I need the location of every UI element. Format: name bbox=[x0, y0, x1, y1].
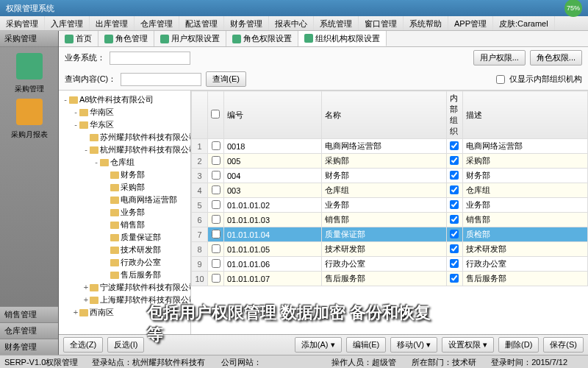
table-row[interactable]: 501.01.01.02业务部业务部 bbox=[192, 198, 588, 213]
menu-item[interactable]: 财务管理 bbox=[224, 16, 269, 30]
menu-item[interactable]: 出库管理 bbox=[90, 16, 135, 30]
tree-node[interactable]: 技术研发部 bbox=[62, 244, 187, 256]
row-checkbox[interactable] bbox=[212, 141, 220, 150]
table-row[interactable]: 901.01.01.06行政办公室行政办公室 bbox=[192, 257, 588, 272]
row-checkbox[interactable] bbox=[212, 274, 220, 283]
tree-node[interactable]: +西南区 bbox=[62, 306, 187, 319]
tab-role-mgmt[interactable]: 角色管理 bbox=[98, 31, 154, 46]
status-site: 登录站点：杭州耀邦软件科技有限公司 bbox=[92, 357, 212, 368]
row-checkbox[interactable] bbox=[212, 185, 220, 194]
select-all-button[interactable]: 全选(Z) bbox=[63, 337, 103, 353]
menu-item[interactable]: 系统帮助 bbox=[404, 16, 448, 30]
row-checkbox[interactable] bbox=[212, 171, 220, 180]
nav-icon-purchase[interactable] bbox=[16, 53, 43, 79]
menu-item[interactable]: 系统管理 bbox=[314, 16, 359, 30]
menu-item[interactable]: 入库管理 bbox=[45, 16, 90, 30]
left-section[interactable]: 销售管理 bbox=[0, 306, 58, 322]
add-button[interactable]: 添加(A) ▾ bbox=[295, 337, 342, 353]
inner-org-checkbox[interactable] bbox=[450, 171, 459, 180]
tree-node[interactable]: -华东区 bbox=[62, 118, 187, 131]
table-row[interactable]: 801.01.01.05技术研发部技术研发部 bbox=[192, 242, 588, 257]
menu-item[interactable]: 仓库管理 bbox=[135, 16, 179, 30]
edit-button[interactable]: 编辑(E) bbox=[346, 337, 387, 353]
row-checkbox[interactable] bbox=[212, 156, 220, 165]
setperm-button[interactable]: 设置权限 ▾ bbox=[442, 337, 494, 353]
role-perm-button[interactable]: 角色权限... bbox=[530, 50, 582, 66]
column-header[interactable]: 编号 bbox=[224, 91, 322, 139]
tab-bar: 首页 角色管理 用户权限设置 角色权限设置 组织机构权限设置 bbox=[59, 31, 588, 47]
left-section[interactable]: 财务管理 bbox=[0, 339, 58, 355]
table-row[interactable]: 4003仓库组仓库组 bbox=[192, 183, 588, 198]
move-button[interactable]: 移动(V) ▾ bbox=[390, 337, 437, 353]
query-button[interactable]: 查询(E) bbox=[206, 71, 246, 87]
tree-node[interactable]: -华南区 bbox=[62, 106, 187, 118]
row-checkbox[interactable] bbox=[212, 244, 220, 253]
table-row[interactable]: 701.01.01.04质量保证部质检部 bbox=[192, 227, 588, 242]
left-nav-panel: 采购管理 采购管理 采购月报表 销售管理 仓库管理 财务管理 bbox=[0, 31, 59, 355]
tree-node[interactable]: +宁波耀邦软件科技有限公司 bbox=[62, 281, 187, 294]
doc-icon bbox=[160, 35, 169, 43]
tree-node[interactable]: -仓库组 bbox=[62, 156, 187, 169]
query-content-input[interactable] bbox=[121, 73, 201, 86]
tree-node[interactable]: 销售部 bbox=[62, 219, 187, 231]
tree-node[interactable]: 采购部 bbox=[62, 181, 187, 194]
column-header[interactable] bbox=[208, 91, 224, 139]
invert-button[interactable]: 反选(I) bbox=[107, 337, 144, 353]
tree-node[interactable]: 财务部 bbox=[62, 169, 187, 181]
tree-node[interactable]: 电商网络运营部 bbox=[62, 194, 187, 206]
inner-org-checkbox[interactable] bbox=[450, 215, 459, 224]
table-row[interactable]: 10018电商网络运营部电商网络运营部 bbox=[192, 139, 588, 154]
column-header[interactable] bbox=[192, 91, 208, 139]
tab-home[interactable]: 首页 bbox=[59, 31, 98, 46]
tree-node[interactable]: -A8软件科技有限公司 bbox=[62, 93, 187, 106]
table-row[interactable]: 601.01.01.03销售部销售部 bbox=[192, 213, 588, 227]
column-header[interactable]: 描述 bbox=[462, 91, 587, 139]
tab-org-perm[interactable]: 组织机构权限设置 bbox=[298, 31, 387, 46]
menu-item[interactable]: 报表中心 bbox=[269, 16, 314, 30]
inner-org-checkbox[interactable] bbox=[450, 156, 459, 165]
column-header[interactable]: 内部组织 bbox=[446, 91, 462, 139]
skin-label[interactable]: 皮肤:Caramel bbox=[493, 16, 555, 30]
nav-icon-report[interactable] bbox=[16, 99, 43, 125]
inner-org-checkbox[interactable] bbox=[450, 244, 459, 253]
table-row[interactable]: 3004财务部财务部 bbox=[192, 169, 588, 183]
delete-button[interactable]: 删除(D) bbox=[498, 337, 539, 353]
row-checkbox[interactable] bbox=[212, 200, 220, 209]
column-header[interactable]: 名称 bbox=[321, 91, 446, 139]
tree-node[interactable]: 业务部 bbox=[62, 206, 187, 219]
row-checkbox[interactable] bbox=[212, 230, 220, 238]
tree-node[interactable]: 质量保证部 bbox=[62, 231, 187, 244]
action-bar: 全选(Z) 反选(I) 添加(A) ▾ 编辑(E) 移动(V) ▾ 设置权限 ▾… bbox=[59, 334, 588, 355]
inner-org-checkbox[interactable] bbox=[450, 259, 459, 268]
tree-node[interactable]: 售后服务部 bbox=[62, 269, 187, 281]
row-checkbox[interactable] bbox=[212, 215, 220, 224]
left-section[interactable]: 仓库管理 bbox=[0, 322, 58, 339]
show-inner-checkbox[interactable] bbox=[496, 73, 505, 86]
inner-org-checkbox[interactable] bbox=[450, 141, 459, 150]
menu-bar: 采购管理 入库管理 出库管理 仓库管理 配送管理 财务管理 报表中心 系统管理 … bbox=[0, 16, 588, 31]
menu-item[interactable]: APP管理 bbox=[448, 16, 493, 30]
inner-org-checkbox[interactable] bbox=[450, 200, 459, 209]
biz-system-input[interactable] bbox=[110, 52, 190, 65]
tree-node[interactable]: +上海耀邦软件科技有限公司 bbox=[62, 294, 187, 306]
menu-item[interactable]: 配送管理 bbox=[179, 16, 224, 30]
org-grid: 编号名称内部组织描述 10018电商网络运营部电商网络运营部2005采购部采购部… bbox=[191, 91, 588, 286]
inner-org-checkbox[interactable] bbox=[450, 274, 459, 283]
tree-node[interactable]: 苏州耀邦软件科技有限公司 bbox=[62, 131, 187, 144]
tree-node[interactable]: 行政办公室 bbox=[62, 256, 187, 269]
tab-user-perm[interactable]: 用户权限设置 bbox=[154, 31, 226, 46]
status-operator: 操作人员：超级管理员 bbox=[331, 357, 402, 368]
menu-item[interactable]: 窗口管理 bbox=[359, 16, 404, 30]
inner-org-checkbox[interactable] bbox=[450, 230, 459, 238]
row-checkbox[interactable] bbox=[212, 259, 220, 268]
table-row[interactable]: 1001.01.01.07售后服务部售后服务部 bbox=[192, 272, 588, 286]
save-button[interactable]: 保存(S) bbox=[543, 337, 584, 353]
menu-item[interactable]: 采购管理 bbox=[0, 16, 45, 30]
table-row[interactable]: 2005采购部采购部 bbox=[192, 154, 588, 169]
tab-role-perm[interactable]: 角色权限设置 bbox=[226, 31, 298, 46]
inner-org-checkbox[interactable] bbox=[450, 185, 459, 194]
user-perm-button[interactable]: 用户权限... bbox=[473, 50, 526, 66]
doc-icon bbox=[232, 35, 241, 43]
tree-node[interactable]: -杭州耀邦软件科技有限公司 bbox=[62, 144, 187, 156]
status-version: SERP-V1.0权限管理系统 bbox=[4, 357, 83, 368]
